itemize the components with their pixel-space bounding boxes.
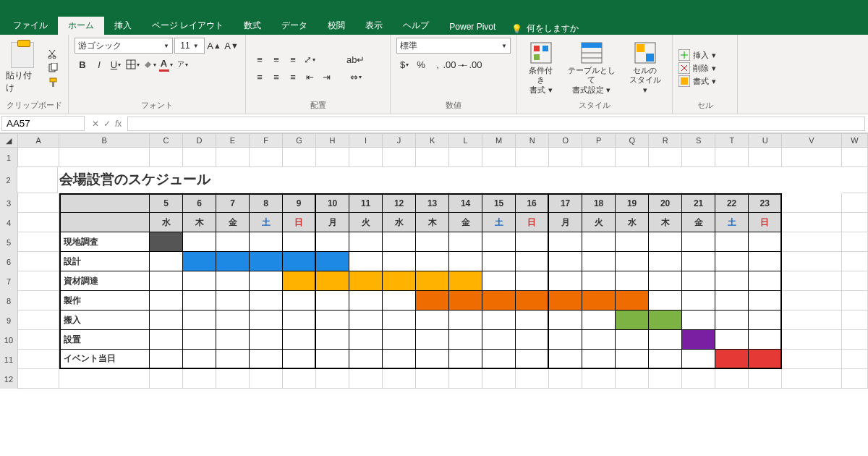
cell[interactable] <box>416 369 449 389</box>
gantt-cell[interactable] <box>516 252 549 271</box>
cell[interactable] <box>18 350 59 369</box>
gantt-cell[interactable] <box>449 311 482 330</box>
cell[interactable] <box>842 213 868 232</box>
weekdays-header[interactable]: 土 <box>250 213 283 232</box>
cell[interactable] <box>749 369 782 389</box>
cell[interactable] <box>349 369 383 389</box>
gantt-cell[interactable] <box>482 350 516 369</box>
cell[interactable] <box>782 148 841 167</box>
row-header-1[interactable]: 1 <box>0 148 18 167</box>
col-header-J[interactable]: J <box>383 134 416 147</box>
gantt-cell[interactable] <box>482 252 516 271</box>
cell[interactable] <box>59 369 150 389</box>
gantt-cell[interactable] <box>183 311 216 330</box>
gantt-cell[interactable] <box>383 271 416 291</box>
gantt-cell[interactable] <box>349 271 383 291</box>
tell-me-search[interactable]: 💡何をしますか <box>511 22 579 35</box>
gantt-cell[interactable] <box>216 232 250 252</box>
gantt-cell[interactable] <box>715 311 749 330</box>
tab-校閲[interactable]: 校閲 <box>318 17 355 35</box>
tab-ページ レイアウト[interactable]: ページ レイアウト <box>142 17 234 35</box>
copy-button[interactable] <box>45 62 62 75</box>
cell[interactable] <box>782 330 841 350</box>
gantt-cell[interactable] <box>749 330 782 350</box>
gantt-cell[interactable] <box>749 350 782 369</box>
col-header-A[interactable]: A <box>18 134 60 147</box>
gantt-cell[interactable] <box>582 271 616 291</box>
gantt-cell[interactable] <box>616 330 649 350</box>
italic-button[interactable]: I <box>91 56 107 72</box>
weekdays-header[interactable]: 木 <box>183 213 216 232</box>
cell[interactable] <box>183 369 216 389</box>
gantt-cell[interactable] <box>383 252 416 271</box>
paste-button[interactable]: 貼り付け <box>6 42 39 94</box>
cell[interactable] <box>482 369 516 389</box>
cell[interactable] <box>842 330 868 350</box>
gantt-cell[interactable] <box>183 252 216 271</box>
row-header-10[interactable]: 10 <box>0 330 18 350</box>
format-as-table-button[interactable]: テーブルとして 書式設定 ▾ <box>562 41 621 95</box>
gantt-cell[interactable] <box>216 252 250 271</box>
gantt-cell[interactable] <box>715 350 749 369</box>
task-name-cell[interactable]: 現地調査 <box>59 232 150 252</box>
cell[interactable] <box>18 271 59 291</box>
cell[interactable] <box>18 330 59 350</box>
cell[interactable] <box>449 148 482 167</box>
cell[interactable] <box>842 350 868 369</box>
gantt-cell[interactable] <box>616 291 649 311</box>
gantt-cell[interactable] <box>516 232 549 252</box>
gantt-cell[interactable] <box>582 291 616 311</box>
weekdays-header[interactable]: 火 <box>349 213 383 232</box>
gantt-cell[interactable] <box>250 232 283 252</box>
gantt-cell[interactable] <box>449 252 482 271</box>
gantt-cell[interactable] <box>649 271 682 291</box>
gantt-cell[interactable] <box>482 330 516 350</box>
insert-cells-button[interactable]: 挿入 ▾ <box>678 48 731 62</box>
row-header-4[interactable]: 4 <box>0 213 18 232</box>
gantt-cell[interactable] <box>582 252 616 271</box>
cell[interactable] <box>17 167 57 193</box>
cell[interactable] <box>649 148 682 167</box>
col-header-B[interactable]: B <box>59 134 150 147</box>
cell[interactable] <box>782 271 841 291</box>
cell[interactable] <box>216 369 250 389</box>
col-header-T[interactable]: T <box>715 134 749 147</box>
gantt-cell[interactable] <box>250 271 283 291</box>
weekdays-header[interactable]: 月 <box>316 213 349 232</box>
cell[interactable] <box>782 252 841 271</box>
cut-button[interactable] <box>45 47 62 60</box>
task-name-cell[interactable]: 資材調達 <box>59 271 150 291</box>
row-header-6[interactable]: 6 <box>0 252 18 271</box>
gantt-cell[interactable] <box>549 291 582 311</box>
cell[interactable] <box>150 148 183 167</box>
cell-styles-button[interactable]: セルの スタイル ▾ <box>624 41 666 95</box>
bold-button[interactable]: B <box>75 56 90 72</box>
gantt-cell[interactable] <box>283 252 316 271</box>
cell[interactable] <box>782 213 841 232</box>
cell[interactable] <box>18 193 59 213</box>
fill-color-button[interactable]: ▾ <box>141 56 157 72</box>
increase-font-button[interactable]: A▲ <box>206 38 222 54</box>
cell[interactable] <box>682 369 715 389</box>
percent-button[interactable]: % <box>413 56 429 72</box>
dates-header[interactable]: 23 <box>749 193 782 213</box>
cell[interactable] <box>449 369 482 389</box>
cell[interactable] <box>842 193 868 213</box>
cell[interactable] <box>18 252 59 271</box>
gantt-cell[interactable] <box>316 350 349 369</box>
task-name-cell[interactable]: 設置 <box>59 330 150 350</box>
wrap-text-button[interactable]: ab↵ <box>343 51 368 67</box>
cell[interactable] <box>842 148 868 167</box>
cell[interactable] <box>782 232 841 252</box>
dates-header[interactable]: 21 <box>682 193 715 213</box>
gantt-cell[interactable] <box>383 350 416 369</box>
indent-inc-button[interactable]: ⇥ <box>318 69 334 85</box>
task-name-cell[interactable]: イベント当日 <box>59 350 150 369</box>
cell[interactable] <box>782 193 841 213</box>
cell[interactable] <box>416 148 449 167</box>
weekdays-header[interactable]: 金 <box>449 213 482 232</box>
cell[interactable] <box>749 148 782 167</box>
cell[interactable] <box>250 148 283 167</box>
gantt-cell[interactable] <box>682 232 715 252</box>
gantt-cell[interactable] <box>482 232 516 252</box>
